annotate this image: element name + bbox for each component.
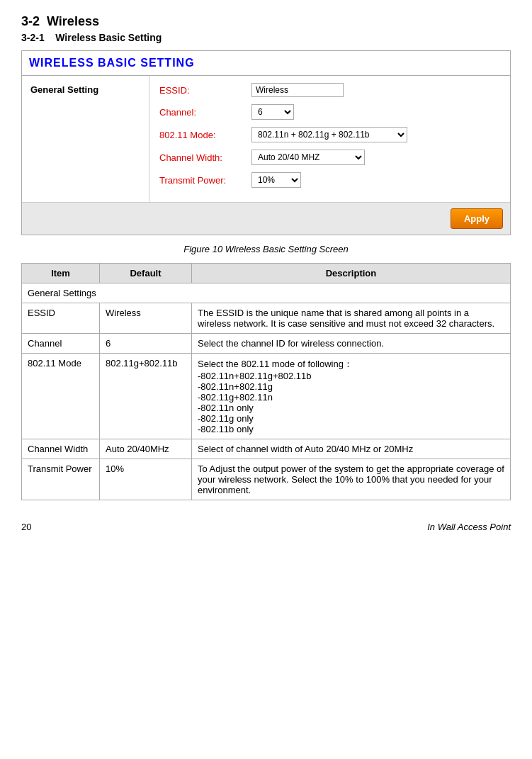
product-name: In Wall Access Point [427, 522, 511, 532]
channel-label: Channel: [159, 107, 251, 118]
channel-control: 1 2 3 4 5 6 7 8 9 10 11 [251, 104, 294, 120]
item-transmit-power: Transmit Power [22, 459, 100, 500]
transmit-power-label: Transmit Power: [159, 175, 251, 186]
figure-caption: Figure 10 Wireless Basic Setting Screen [21, 244, 511, 254]
channel-width-select[interactable]: Auto 20/40 MHZ 20MHz [251, 150, 365, 165]
settings-left-panel: General Setting [22, 76, 149, 202]
transmit-power-row: Transmit Power: 10% 20% 30% 40% 50% 60% … [159, 172, 500, 188]
apply-button[interactable]: Apply [451, 208, 503, 229]
channel-select[interactable]: 1 2 3 4 5 6 7 8 9 10 11 [251, 104, 294, 120]
essid-row: ESSID: [159, 83, 500, 97]
item-channel-width: Channel Width [22, 439, 100, 459]
transmit-power-control: 10% 20% 30% 40% 50% 60% 70% 80% 90% 100% [251, 172, 301, 188]
col-header-item: Item [22, 264, 100, 283]
desc-channel-width: Select of channel width of Auto 20/40 MH… [192, 439, 511, 459]
default-mode: 802.11g+802.11b [100, 354, 192, 439]
transmit-power-select[interactable]: 10% 20% 30% 40% 50% 60% 70% 80% 90% 100% [251, 172, 301, 188]
table-row: Channel Width Auto 20/40MHz Select of ch… [22, 439, 511, 459]
general-setting-label: General Setting [30, 84, 98, 95]
essid-label: ESSID: [159, 85, 251, 96]
desc-essid: The ESSID is the unique name that is sha… [192, 303, 511, 334]
subsection-title: 3-2-1 Wireless Basic Setting [21, 32, 511, 43]
page-number: 20 [21, 522, 31, 532]
col-header-description: Description [192, 264, 511, 283]
item-essid: ESSID [22, 303, 100, 334]
table-row: Transmit Power 10% To Adjust the output … [22, 459, 511, 500]
mode-label: 802.11 Mode: [159, 130, 251, 140]
item-mode: 802.11 Mode [22, 354, 100, 439]
essid-input[interactable] [251, 83, 344, 97]
settings-right-panel: ESSID: Channel: 1 2 3 4 5 6 7 [149, 76, 510, 202]
mode-control: 802.11n + 802.11g + 802.11b 802.11n + 80… [251, 127, 407, 142]
mode-select[interactable]: 802.11n + 802.11g + 802.11b 802.11n + 80… [251, 127, 407, 142]
desc-channel: Select the channel ID for wireless conne… [192, 334, 511, 354]
default-channel: 6 [100, 334, 192, 354]
section-title: 3-2 Wireless [21, 14, 511, 29]
page-footer: 20 In Wall Access Point [21, 522, 511, 532]
default-transmit-power: 10% [100, 459, 192, 500]
channel-width-control: Auto 20/40 MHZ 20MHz [251, 150, 365, 165]
group-header-row: General Settings [22, 283, 511, 303]
desc-transmit-power: To Adjust the output power of the system… [192, 459, 511, 500]
settings-box-title: WIRELESS BASIC SETTING [29, 57, 195, 69]
essid-control [251, 83, 344, 97]
settings-box-body: General Setting ESSID: Channel: 1 2 3 4 [22, 76, 510, 202]
col-header-default: Default [100, 264, 192, 283]
default-essid: Wireless [100, 303, 192, 334]
settings-footer: Apply [22, 202, 510, 235]
info-table: Item Default Description General Setting… [21, 263, 511, 500]
table-header-row: Item Default Description [22, 264, 511, 283]
mode-row: 802.11 Mode: 802.11n + 802.11g + 802.11b… [159, 127, 500, 142]
channel-width-row: Channel Width: Auto 20/40 MHZ 20MHz [159, 150, 500, 165]
default-channel-width: Auto 20/40MHz [100, 439, 192, 459]
table-row: ESSID Wireless The ESSID is the unique n… [22, 303, 511, 334]
table-row: Channel 6 Select the channel ID for wire… [22, 334, 511, 354]
group-header-cell: General Settings [22, 283, 511, 303]
channel-row: Channel: 1 2 3 4 5 6 7 8 9 10 11 [159, 104, 500, 120]
settings-box: WIRELESS BASIC SETTING General Setting E… [21, 50, 511, 235]
item-channel: Channel [22, 334, 100, 354]
desc-mode: Select the 802.11 mode of following： -80… [192, 354, 511, 439]
channel-width-label: Channel Width: [159, 152, 251, 163]
table-row: 802.11 Mode 802.11g+802.11b Select the 8… [22, 354, 511, 439]
settings-box-header: WIRELESS BASIC SETTING [22, 51, 510, 76]
page-header: 3-2 Wireless 3-2-1 Wireless Basic Settin… [21, 14, 511, 43]
